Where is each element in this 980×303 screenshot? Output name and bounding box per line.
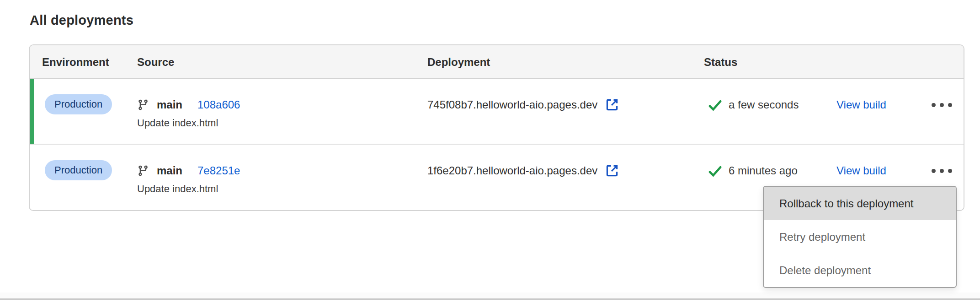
current-deployment-indicator [30,79,34,144]
column-header-source: Source [137,45,174,79]
menu-item-rollback[interactable]: Rollback to this deployment [764,187,956,220]
source-cell: main 7e8251e [137,162,240,180]
ellipsis-icon [932,169,952,173]
more-options-button[interactable] [916,91,967,119]
more-options-button[interactable] [916,157,967,184]
commit-message: Update index.html [137,117,218,129]
status-cell: a few seconds [708,96,799,114]
environment-badge: Production [45,94,112,114]
status-cell: 6 minutes ago [708,162,798,180]
view-build-link[interactable]: View build [836,162,886,180]
external-link-icon[interactable] [604,163,620,179]
git-branch-icon [137,99,149,111]
ellipsis-icon [932,103,952,107]
deployment-url: 745f08b7.helloworld-aio.pages.dev [427,98,597,111]
deployment-cell: 745f08b7.helloworld-aio.pages.dev [427,96,620,114]
status-text: 6 minutes ago [729,164,798,177]
table-header-row: Environment Source Deployment Status [30,45,964,79]
bottom-divider [0,292,980,300]
source-cell: main 108a606 [137,96,240,114]
status-text: a few seconds [729,98,799,111]
check-icon [708,97,723,113]
commit-link[interactable]: 108a606 [197,98,240,111]
column-header-deployment: Deployment [427,45,490,79]
column-header-environment: Environment [42,45,109,79]
context-menu: Rollback to this deployment Retry deploy… [763,186,957,288]
branch-name: main [157,98,182,111]
page-title: All deployments [30,13,133,28]
menu-item-delete[interactable]: Delete deployment [764,254,956,287]
deployment-cell: 1f6e20b7.helloworld-aio.pages.dev [427,162,620,180]
table-row: Production main 108a606 Update index.htm… [30,79,964,145]
external-link-icon[interactable] [604,97,620,113]
check-icon [708,163,723,179]
git-branch-icon [137,165,149,177]
commit-link[interactable]: 7e8251e [197,164,240,177]
view-build-link[interactable]: View build [836,96,886,114]
commit-message: Update index.html [137,183,218,195]
branch-name: main [157,164,182,177]
menu-item-retry[interactable]: Retry deployment [764,220,956,254]
deployment-url: 1f6e20b7.helloworld-aio.pages.dev [427,164,597,177]
column-header-status: Status [704,45,737,79]
environment-badge: Production [45,160,112,180]
deployments-page: All deployments Environment Source Deplo… [0,0,980,303]
